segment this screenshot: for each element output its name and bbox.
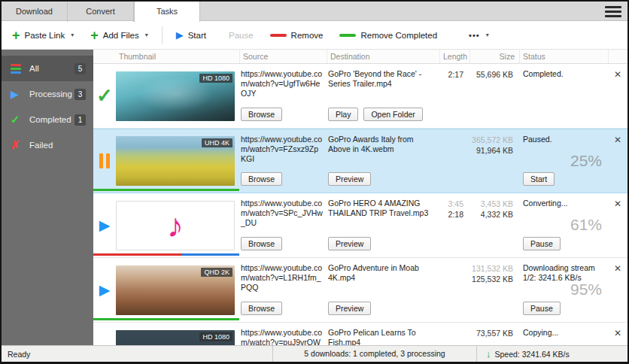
plus-icon: + bbox=[12, 29, 20, 42]
status-text: Paused. bbox=[519, 129, 608, 144]
processing-icon: ▶ bbox=[11, 88, 24, 100]
pause-row-button[interactable]: Pause bbox=[523, 237, 561, 250]
toolbar-separator bbox=[162, 26, 163, 44]
task-row-completed[interactable]: ✓ HD 1080 https://www.youtube.com/watch?… bbox=[93, 64, 627, 129]
source-url: https://www.youtube.com/watch?v=FZsxz9Zp… bbox=[241, 135, 323, 164]
task-row-converting[interactable]: ▶ ♪ https://www.youtube.com/watch?v=SPc_… bbox=[93, 193, 627, 258]
chevron-down-icon: ▾ bbox=[486, 32, 489, 38]
all-tasks-icon bbox=[11, 63, 24, 74]
task-row-downloading[interactable]: ▶ QHD 2K https://www.youtube.com/watch?v… bbox=[93, 258, 627, 323]
length-total: 3:45 bbox=[439, 199, 463, 209]
content-area: All 5 ▶ Processing 3 ✓ Completed 1 ✗ Fai… bbox=[2, 50, 627, 345]
status-speed: ↓ Speed: 3241.64 KB/s bbox=[477, 348, 627, 359]
paste-link-label: Paste Link bbox=[25, 31, 65, 40]
count-badge: 5 bbox=[74, 63, 86, 74]
close-icon[interactable]: ✕ bbox=[614, 135, 621, 145]
more-button[interactable]: ••• ▾ bbox=[463, 25, 495, 46]
pause-label: Pause bbox=[229, 31, 254, 40]
plus-icon: + bbox=[90, 29, 99, 42]
preview-button[interactable]: Preview bbox=[328, 172, 371, 186]
status-text: Copying... bbox=[519, 323, 608, 338]
close-icon[interactable]: ✕ bbox=[614, 199, 621, 209]
play-icon: ▶ bbox=[176, 29, 184, 41]
count-badge: 3 bbox=[74, 89, 86, 100]
music-note-icon: ♪ bbox=[167, 209, 184, 242]
menu-icon[interactable] bbox=[605, 6, 621, 20]
col-destination[interactable]: Destination bbox=[327, 50, 439, 63]
source-url: https://www.youtube.com/watch?v=L1RH1fm_… bbox=[241, 263, 323, 293]
rows-viewport: ✓ HD 1080 https://www.youtube.com/watch?… bbox=[93, 64, 627, 345]
browse-button[interactable]: Browse bbox=[241, 302, 282, 315]
size-total: 131,532 KB bbox=[469, 263, 513, 274]
quality-badge: HD 1080 bbox=[199, 74, 232, 83]
remove-completed-label: Remove Completed bbox=[360, 31, 437, 40]
play-button[interactable]: Play bbox=[328, 108, 358, 121]
browse-button[interactable]: Browse bbox=[241, 237, 282, 250]
video-thumbnail: UHD 4K bbox=[116, 136, 235, 186]
processing-icon: ▶ bbox=[99, 217, 111, 234]
video-thumbnail: HD 1080 bbox=[116, 71, 235, 121]
tab-convert[interactable]: Convert bbox=[68, 2, 134, 22]
progress-bar bbox=[93, 318, 239, 320]
status-bar: Ready 5 downloads: 1 completed, 3 proces… bbox=[2, 345, 627, 362]
progress-percent: 61% bbox=[570, 216, 602, 234]
remove-icon bbox=[270, 34, 287, 37]
browse-button[interactable]: Browse bbox=[241, 172, 282, 186]
progress-percent: 25% bbox=[570, 152, 602, 170]
close-icon[interactable]: ✕ bbox=[614, 69, 621, 80]
tab-download[interactable]: Download bbox=[2, 2, 68, 22]
start-label: Start bbox=[188, 31, 206, 40]
col-size[interactable]: Size bbox=[469, 50, 519, 63]
quality-badge: UHD 4K bbox=[202, 138, 232, 147]
tab-tasks[interactable]: Tasks bbox=[134, 2, 200, 22]
status-text: Converting... bbox=[519, 193, 608, 208]
app-window: Download Convert Tasks + Paste Link ▾ + … bbox=[0, 0, 629, 364]
status-text: Downloading stream 1/2: 3241.6 KB/s bbox=[519, 258, 608, 283]
col-length[interactable]: Length bbox=[439, 50, 469, 63]
sidebar-item-failed[interactable]: ✗ Failed bbox=[2, 132, 93, 158]
video-thumbnail: QHD 2K bbox=[116, 265, 235, 315]
sidebar: All 5 ▶ Processing 3 ✓ Completed 1 ✗ Fai… bbox=[2, 50, 93, 345]
speed-text: Speed: 3241.64 KB/s bbox=[495, 350, 570, 359]
pause-row-button[interactable]: Pause bbox=[523, 302, 561, 315]
add-files-button[interactable]: + Add Files ▾ bbox=[84, 25, 153, 46]
chevron-down-icon[interactable]: ▾ bbox=[71, 32, 74, 38]
audio-thumbnail: ♪ bbox=[116, 201, 235, 250]
paste-link-button[interactable]: + Paste Link ▾ bbox=[6, 25, 80, 46]
length-value: 2:17 bbox=[439, 69, 463, 80]
remove-button[interactable]: Remove bbox=[264, 25, 330, 46]
sidebar-item-all[interactable]: All 5 bbox=[2, 56, 93, 81]
col-source[interactable]: Source bbox=[239, 50, 327, 63]
close-icon[interactable]: ✕ bbox=[614, 263, 621, 274]
col-thumbnail[interactable]: Thumbnail bbox=[116, 50, 239, 63]
destination-text: GoPro Adventure in Moab 4K.mp4 bbox=[328, 263, 436, 283]
processing-icon: ▶ bbox=[99, 281, 111, 299]
size-done: 91,964 KB bbox=[469, 145, 513, 156]
task-row-copying[interactable]: ▶ HD 1080 https://www.youtube.com/watch?… bbox=[93, 323, 627, 345]
task-row-paused[interactable]: UHD 4K https://www.youtube.com/watch?v=F… bbox=[93, 129, 627, 193]
progress-percent: 95% bbox=[570, 281, 602, 299]
progress-bar bbox=[93, 189, 239, 191]
source-url: https://www.youtube.com/watch?v=SPc_JVHw… bbox=[241, 199, 323, 228]
start-row-button[interactable]: Start bbox=[523, 172, 555, 186]
remove-completed-button[interactable]: Remove Completed bbox=[333, 25, 443, 46]
source-url: https://www.youtube.com/watch?v=puJ9vrQW… bbox=[241, 328, 323, 345]
sidebar-item-completed[interactable]: ✓ Completed 1 bbox=[2, 107, 93, 132]
add-files-label: Add Files bbox=[103, 31, 139, 40]
browse-button[interactable]: Browse bbox=[241, 108, 282, 121]
col-status[interactable]: Status bbox=[519, 50, 608, 63]
chevron-down-icon[interactable]: ▾ bbox=[145, 32, 148, 38]
open-folder-button[interactable]: Open Folder bbox=[363, 108, 422, 121]
close-icon[interactable]: ✕ bbox=[614, 328, 621, 338]
source-url: https://www.youtube.com/watch?v=UgfTw6He… bbox=[241, 69, 323, 99]
check-icon: ✓ bbox=[11, 113, 24, 126]
completed-check-icon: ✓ bbox=[96, 84, 113, 108]
sidebar-item-label: Completed bbox=[29, 115, 71, 124]
size-value: 73,557 KB bbox=[469, 328, 513, 338]
start-button[interactable]: ▶ Start bbox=[170, 25, 212, 46]
sidebar-item-processing[interactable]: ▶ Processing 3 bbox=[2, 81, 93, 107]
status-ready: Ready bbox=[2, 350, 272, 359]
preview-button[interactable]: Preview bbox=[328, 302, 371, 315]
failed-icon: ✗ bbox=[11, 138, 24, 152]
preview-button[interactable]: Preview bbox=[328, 237, 371, 250]
